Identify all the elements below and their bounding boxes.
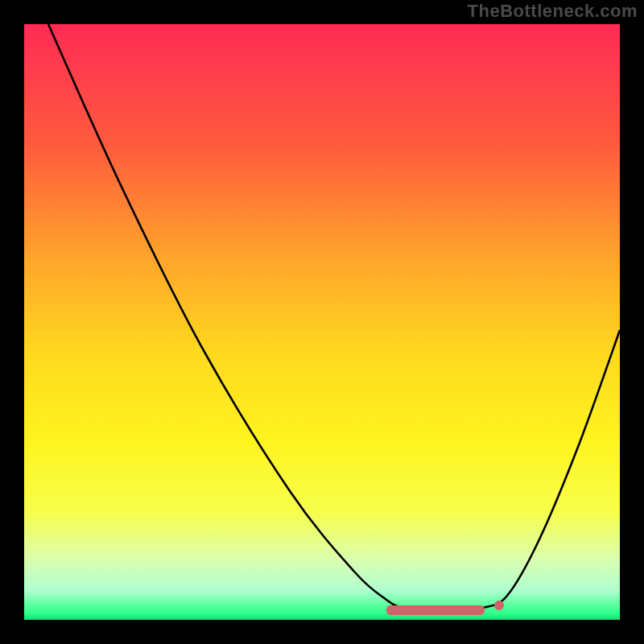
optimal-range-marker (386, 605, 485, 615)
plot-area (24, 24, 620, 620)
optimal-point-marker (494, 601, 504, 610)
chart-frame: TheBottleneck.com (0, 0, 644, 644)
watermark-text: TheBottleneck.com (468, 1, 638, 22)
bottleneck-curve (24, 24, 620, 620)
